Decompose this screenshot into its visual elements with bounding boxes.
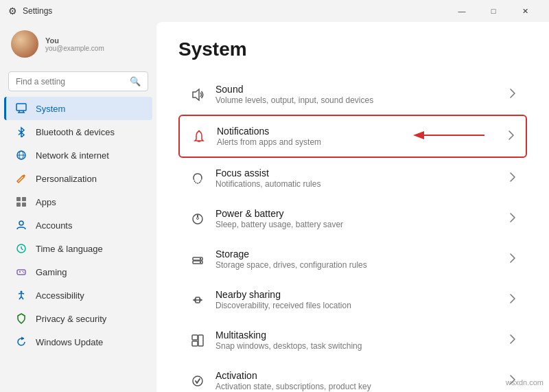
nav-list: SystemBluetooth & devicesNetwork & inter… bbox=[0, 97, 156, 354]
sidebar-item-label-gaming: Gaming bbox=[36, 267, 67, 277]
multitasking-chevron bbox=[509, 334, 516, 347]
user-email: you@example.com bbox=[45, 45, 104, 52]
title-bar-controls: — □ ✕ bbox=[446, 0, 541, 22]
svg-rect-39 bbox=[192, 335, 198, 340]
sidebar-item-update[interactable]: Windows Update bbox=[4, 330, 152, 354]
focus-assist-title: Focus assist bbox=[215, 168, 500, 178]
activation-text: ActivationActivation state, subscription… bbox=[215, 370, 500, 391]
personalization-icon bbox=[15, 172, 27, 185]
system-icon bbox=[15, 102, 27, 115]
svg-rect-12 bbox=[22, 197, 26, 201]
sidebar-item-personalization[interactable]: Personalization bbox=[4, 167, 152, 190]
user-name: You bbox=[45, 36, 104, 45]
power-battery-text: Power & batterySleep, battery usage, bat… bbox=[215, 208, 500, 229]
nearby-sharing-chevron bbox=[509, 293, 516, 306]
avatar-image bbox=[11, 30, 38, 58]
svg-marker-4 bbox=[21, 128, 24, 132]
settings-item-storage[interactable]: StorageStorage space, drives, configurat… bbox=[178, 239, 527, 279]
sidebar-item-time[interactable]: Time & language bbox=[4, 237, 152, 260]
sidebar-item-label-privacy: Privacy & security bbox=[36, 314, 106, 324]
settings-item-sound[interactable]: SoundVolume levels, output, input, sound… bbox=[178, 74, 527, 115]
user-profile[interactable]: You you@example.com bbox=[0, 22, 156, 66]
sidebar-item-label-bluetooth: Bluetooth & devices bbox=[36, 127, 115, 137]
search-icon: 🔍 bbox=[130, 76, 141, 87]
notifications-chevron bbox=[508, 130, 515, 143]
settings-item-power-battery[interactable]: Power & batterySleep, battery usage, bat… bbox=[178, 198, 527, 239]
settings-item-multitasking[interactable]: MultitaskingSnap windows, desktops, task… bbox=[178, 320, 527, 360]
time-icon bbox=[15, 242, 27, 255]
apps-icon bbox=[15, 196, 27, 208]
sidebar-item-label-apps: Apps bbox=[36, 197, 56, 207]
power-battery-chevron bbox=[509, 212, 516, 225]
watermark: wsxdn.com bbox=[506, 378, 544, 387]
focus-assist-icon bbox=[189, 170, 206, 187]
svg-rect-14 bbox=[22, 203, 26, 207]
update-icon bbox=[15, 336, 27, 348]
accessibility-icon bbox=[15, 289, 27, 301]
svg-rect-19 bbox=[17, 270, 25, 275]
maximize-button[interactable]: □ bbox=[478, 0, 509, 22]
svg-point-24 bbox=[21, 291, 23, 293]
gaming-icon bbox=[15, 266, 27, 278]
search-box[interactable]: 🔍 bbox=[8, 71, 148, 91]
search-input[interactable] bbox=[16, 77, 126, 87]
sound-icon bbox=[189, 87, 206, 103]
svg-point-15 bbox=[19, 221, 23, 225]
notifications-title: Notifications bbox=[217, 126, 498, 137]
sidebar-item-label-accounts: Accounts bbox=[36, 220, 72, 231]
svg-rect-40 bbox=[192, 341, 198, 346]
sidebar-item-apps[interactable]: Apps bbox=[4, 190, 152, 214]
focus-assist-chevron bbox=[509, 172, 516, 185]
minimize-button[interactable]: — bbox=[446, 0, 478, 22]
sidebar-item-system[interactable]: System bbox=[4, 97, 152, 120]
settings-item-activation[interactable]: ActivationActivation state, subscription… bbox=[178, 360, 527, 392]
sidebar-item-accounts[interactable]: Accounts bbox=[4, 214, 152, 237]
network-icon bbox=[15, 149, 27, 161]
multitasking-icon bbox=[189, 332, 206, 349]
multitasking-subtitle: Snap windows, desktops, task switching bbox=[215, 341, 500, 351]
sound-text: SoundVolume levels, output, input, sound… bbox=[215, 84, 500, 105]
sidebar-item-privacy[interactable]: Privacy & security bbox=[4, 307, 152, 330]
power-battery-title: Power & battery bbox=[215, 208, 500, 219]
storage-subtitle: Storage space, drives, configuration rul… bbox=[215, 260, 500, 270]
activation-icon bbox=[189, 373, 206, 389]
sidebar-item-network[interactable]: Network & internet bbox=[4, 143, 152, 167]
title-bar-label: Settings bbox=[23, 6, 52, 16]
sidebar-item-gaming[interactable]: Gaming bbox=[4, 260, 152, 284]
storage-text: StorageStorage space, drives, configurat… bbox=[215, 249, 500, 270]
activation-subtitle: Activation state, subscriptions, product… bbox=[215, 382, 500, 391]
svg-rect-13 bbox=[16, 203, 21, 207]
title-bar-left: ⚙ Settings bbox=[8, 5, 52, 16]
user-info: You you@example.com bbox=[45, 36, 104, 52]
svg-point-32 bbox=[197, 217, 199, 219]
accounts-icon bbox=[15, 219, 27, 231]
avatar bbox=[11, 30, 38, 58]
storage-title: Storage bbox=[215, 249, 500, 260]
settings-item-nearby-sharing[interactable]: Nearby sharingDiscoverability, received … bbox=[178, 279, 527, 320]
sidebar-item-label-network: Network & internet bbox=[36, 150, 109, 161]
bluetooth-icon bbox=[15, 126, 27, 138]
storage-icon bbox=[189, 251, 206, 268]
notifications-text: NotificationsAlerts from apps and system bbox=[217, 126, 498, 147]
nearby-sharing-subtitle: Discoverability, received files location bbox=[215, 301, 500, 310]
svg-line-18 bbox=[21, 249, 23, 250]
settings-item-focus-assist[interactable]: Focus assistNotifications, automatic rul… bbox=[178, 158, 527, 198]
sidebar-item-label-accessibility: Accessibility bbox=[36, 290, 84, 301]
settings-list: SoundVolume levels, output, input, sound… bbox=[178, 74, 527, 392]
power-battery-icon bbox=[189, 211, 206, 227]
multitasking-title: Multitasking bbox=[215, 330, 500, 341]
sidebar-item-label-personalization: Personalization bbox=[36, 174, 97, 184]
svg-point-27 bbox=[198, 130, 200, 131]
sidebar-item-label-system: System bbox=[36, 104, 65, 114]
focus-assist-text: Focus assistNotifications, automatic rul… bbox=[215, 168, 500, 189]
storage-chevron bbox=[509, 253, 516, 266]
nearby-sharing-icon bbox=[189, 292, 206, 308]
sidebar-item-bluetooth[interactable]: Bluetooth & devices bbox=[4, 120, 152, 143]
settings-item-notifications[interactable]: NotificationsAlerts from apps and system bbox=[178, 115, 527, 158]
close-button[interactable]: ✕ bbox=[509, 0, 541, 22]
sound-title: Sound bbox=[215, 84, 500, 95]
app-icon: ⚙ bbox=[8, 5, 17, 16]
sidebar-item-accessibility[interactable]: Accessibility bbox=[4, 284, 152, 307]
svg-rect-0 bbox=[16, 104, 26, 111]
sound-subtitle: Volume levels, output, input, sound devi… bbox=[215, 95, 500, 105]
